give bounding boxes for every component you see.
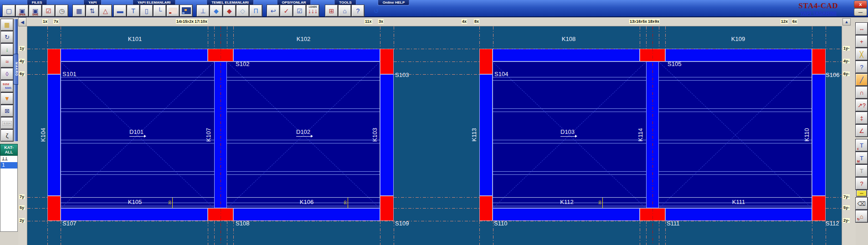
toolbar-group-buttons: ▬T▯└ (114, 5, 193, 16)
beam-k110[interactable] (812, 74, 826, 196)
help-book-button[interactable]: ? (352, 5, 364, 16)
beam-k109[interactable] (665, 49, 812, 61)
single-footing-button[interactable]: Π (250, 5, 262, 16)
polyline-beam-button[interactable]: └ (154, 5, 166, 16)
left-axis-ruler: 1y4y6y7y5y2y (18, 26, 27, 245)
wall-element-button[interactable] (167, 5, 179, 16)
beam-k105[interactable] (61, 208, 208, 221)
plan-canvas[interactable]: K101K102K108K109K105K106K112K111S101S102… (27, 26, 842, 245)
axis-label-5x: 5x (642, 19, 647, 24)
eraser-button[interactable]: ⌫ (856, 198, 868, 209)
arc-button[interactable]: ∩ (856, 87, 868, 98)
moment-diagram-button[interactable]: ≈ (1, 56, 13, 67)
beam-k102[interactable] (233, 49, 380, 61)
beam-k104[interactable] (47, 74, 61, 196)
value-display[interactable]: 6,014 (1, 117, 13, 129)
close-button[interactable]: X (854, 0, 867, 8)
beam-k113[interactable] (479, 74, 493, 196)
text-copy-button[interactable]: Tc (856, 139, 868, 151)
save-button[interactable]: ▣SAVE (29, 5, 41, 16)
check-options-button[interactable]: ✓ (280, 5, 293, 16)
axis-horizontal (27, 74, 47, 75)
column-section-button[interactable]: ▯ (140, 5, 153, 16)
view-3d-button[interactable]: ⊞ (325, 5, 338, 16)
toolbar-group-buttons: ⊥◆◆◇Π (197, 5, 263, 16)
axis-move-button[interactable]: ‡ (856, 112, 868, 124)
story-copy-button[interactable]: ↓ (1, 44, 13, 55)
intersect-button[interactable]: ╳ (856, 48, 868, 60)
beam-k108[interactable] (493, 49, 640, 61)
options-list-button[interactable]: ☑ (293, 5, 306, 16)
trim-extend-button[interactable]: ╱ (856, 74, 868, 86)
node-insert-button[interactable]: + (856, 36, 868, 47)
tower-icon: △ (103, 8, 108, 14)
label-d102: D102 (296, 128, 313, 137)
find-element-button[interactable]: ? (856, 178, 868, 189)
house-refresh-button[interactable]: ⌂↻ (856, 210, 868, 222)
axis-vertical-top (233, 26, 234, 49)
text-move-button[interactable]: TM (856, 152, 868, 164)
footing-button[interactable]: ⊥ (197, 5, 209, 16)
loads-button[interactable]: ↓↓↓LOADS (307, 5, 319, 16)
ruler-scroll-left-button[interactable]: ◀ (18, 17, 26, 26)
filter-button[interactable]: ▼ (1, 93, 13, 104)
plane-3d-button[interactable]: ◊ (1, 68, 13, 80)
rotate-building-button[interactable]: ↻ (1, 31, 13, 43)
ruler-scroll-up-button[interactable]: ▲ (842, 18, 851, 26)
undo-rotate-icon[interactable]: ↺ (370, 5, 382, 16)
beam-k111[interactable] (665, 208, 812, 221)
angle-button[interactable]: ∠ (856, 125, 868, 137)
spring-support-button[interactable]: ζ (1, 130, 13, 141)
time-report-button[interactable]: ◷ (56, 5, 68, 16)
query-arrow-button[interactable]: ↗? (856, 99, 868, 111)
column-s106[interactable] (812, 49, 826, 74)
beam-k112[interactable] (493, 208, 640, 221)
column-s110[interactable] (479, 196, 493, 221)
axis-label-12x: 12x (781, 19, 788, 24)
hook-option-icon: ↩ (271, 8, 276, 14)
new-file-button[interactable]: ▢ (3, 5, 15, 16)
sta4cad-window: { "window": { "title": "STA4-CAD", "subt… (0, 0, 868, 245)
column-s112[interactable] (812, 196, 826, 221)
mat-foundation-button[interactable]: ◇ (236, 5, 249, 16)
text-edit-button[interactable]: T (856, 165, 868, 177)
pile-button[interactable]: ◆ (210, 5, 222, 16)
column-s109[interactable] (380, 196, 394, 221)
beam-k101[interactable] (61, 49, 208, 61)
label-k103: K103 (371, 128, 378, 142)
story-list-item[interactable]: ⊥⊥ (0, 156, 17, 162)
window-select-button[interactable]: ⊠ (1, 105, 13, 117)
axis-dimension-button[interactable]: ⇔ (856, 23, 868, 35)
label-s112: S112 (826, 220, 839, 227)
column-s104[interactable] (479, 49, 493, 74)
axis-vertical-top (47, 26, 48, 49)
tower-button[interactable]: △ (99, 5, 112, 16)
renumber-button[interactable]: S152S101 (1, 81, 13, 92)
floor-plan-button[interactable]: ▦ (1, 19, 13, 31)
project-check-button[interactable]: ☑ (42, 5, 55, 16)
label-k102: K102 (297, 36, 310, 42)
story-list-item[interactable]: 1 (0, 162, 17, 168)
slab-element-button[interactable] (180, 5, 192, 16)
column-element-button[interactable]: T (127, 5, 139, 16)
pile-cap-button[interactable]: ◆ (223, 5, 236, 16)
app-subtitle-link[interactable]: YAPI TASARIMI (784, 10, 853, 16)
building-frame-button[interactable]: ▦ (73, 5, 85, 16)
beam-k103[interactable] (380, 74, 394, 196)
new-file-icon: ▢ (6, 8, 12, 14)
column-s101[interactable] (47, 49, 61, 74)
column-s103[interactable] (380, 49, 394, 74)
risi-button[interactable]: ▪▪▪ (857, 190, 867, 196)
frame-editor-button[interactable]: ⌂ (339, 5, 351, 16)
axis-label-2x: 2x (189, 19, 194, 24)
column-s107[interactable] (47, 196, 61, 221)
dimension-query-button[interactable]: ? (856, 61, 868, 73)
story-list[interactable]: ⊥⊥1 (0, 156, 18, 232)
label-k113: K113 (471, 128, 478, 141)
beam-k106[interactable] (233, 208, 380, 221)
hook-option-button[interactable]: ↩ (267, 5, 279, 16)
open-button[interactable]: ▣OPEN (16, 5, 28, 16)
story-height-button[interactable]: ⇅ (86, 5, 98, 16)
minimize-button[interactable]: — (854, 8, 867, 16)
beam-element-button[interactable]: ▬ (114, 5, 126, 16)
